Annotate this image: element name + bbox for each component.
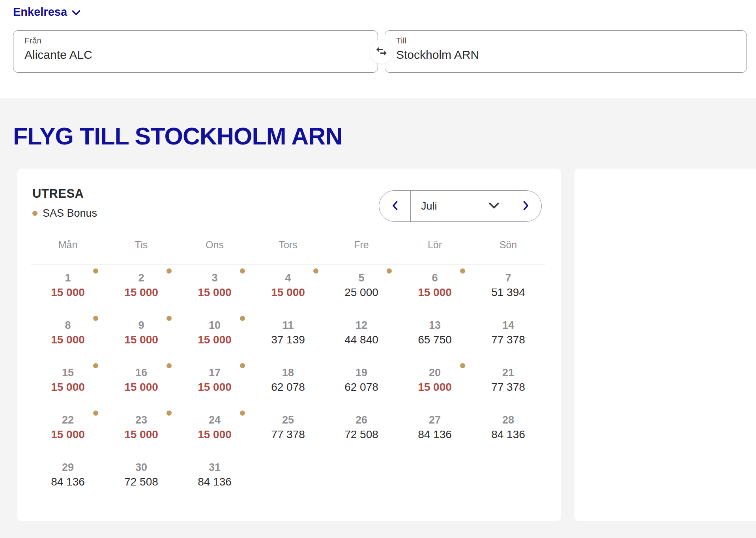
swap-horizontal-icon xyxy=(375,45,388,59)
calendar-week-row: 1515 0001615 0001715 0001862 0781962 078… xyxy=(31,361,545,409)
calendar-day-7[interactable]: 751 394 xyxy=(472,266,545,314)
sas-bonus-dot-icon xyxy=(460,363,465,368)
day-price: 15 000 xyxy=(178,333,251,347)
calendar-day-26[interactable]: 2672 508 xyxy=(325,409,398,456)
day-price: 44 840 xyxy=(325,333,398,347)
chevron-right-icon xyxy=(522,200,530,212)
day-price: 15 000 xyxy=(105,428,178,441)
calendar-day-29[interactable]: 2984 136 xyxy=(31,456,105,503)
day-price: 84 136 xyxy=(31,475,105,489)
day-number: 11 xyxy=(251,319,325,332)
calendar-week-row: 2215 0002315 0002415 0002577 3782672 508… xyxy=(31,409,545,456)
from-field-label: Från xyxy=(24,36,41,45)
chevron-down-icon xyxy=(72,6,80,19)
sas-bonus-dot-icon xyxy=(460,268,465,274)
day-number: 13 xyxy=(398,319,472,332)
calendar-day-31[interactable]: 3184 136 xyxy=(178,456,251,503)
day-number: 26 xyxy=(325,414,398,426)
calendar-weeks: 115 000215 000315 000415 000525 000615 0… xyxy=(31,266,545,503)
to-field[interactable]: Till Stockholm ARN xyxy=(385,30,747,73)
calendar-week-row: 115 000215 000315 000415 000525 000615 0… xyxy=(31,266,545,314)
day-number: 24 xyxy=(178,414,251,426)
calendar-day-30[interactable]: 3072 508 xyxy=(105,456,178,503)
calendar-day-27[interactable]: 2784 136 xyxy=(398,409,472,456)
sas-bonus-dot-icon xyxy=(32,211,37,216)
day-number: 5 xyxy=(325,272,398,284)
weekday-label: Tors xyxy=(251,235,325,255)
calendar-day-5[interactable]: 525 000 xyxy=(325,266,398,314)
previous-month-button[interactable] xyxy=(379,191,411,221)
sas-bonus-legend-label: SAS Bonus xyxy=(43,207,97,219)
calendar-divider xyxy=(31,264,545,265)
calendar-day-18[interactable]: 1862 078 xyxy=(251,361,325,409)
swap-direction-button[interactable] xyxy=(370,40,393,64)
calendar-day-11[interactable]: 1137 139 xyxy=(251,314,325,361)
sas-bonus-dot-icon xyxy=(93,316,98,321)
calendar-day-19[interactable]: 1962 078 xyxy=(325,361,398,409)
calendar-day-empty xyxy=(472,456,545,503)
day-number: 27 xyxy=(398,414,472,426)
calendar-week-row: 815 000915 0001015 0001137 1391244 84013… xyxy=(31,314,545,361)
day-number: 23 xyxy=(105,414,178,426)
from-field[interactable]: Från Alicante ALC xyxy=(13,30,378,73)
calendar-day-22[interactable]: 2215 000 xyxy=(31,409,105,456)
day-number: 20 xyxy=(398,366,472,379)
day-number: 29 xyxy=(31,461,105,474)
calendar-day-3[interactable]: 315 000 xyxy=(178,266,251,314)
calendar-day-empty xyxy=(325,456,398,503)
day-price: 25 000 xyxy=(325,286,398,299)
calendar-day-17[interactable]: 1715 000 xyxy=(178,361,251,409)
day-number: 28 xyxy=(472,414,545,426)
day-number: 14 xyxy=(472,319,545,332)
calendar-day-2[interactable]: 215 000 xyxy=(105,266,178,314)
calendar-day-1[interactable]: 115 000 xyxy=(31,266,105,314)
weekday-header-row: Mån Tis Ons Tors Fre Lör Sön xyxy=(31,235,545,255)
calendar-day-24[interactable]: 2415 000 xyxy=(178,409,251,456)
month-select[interactable]: Juli xyxy=(411,191,510,221)
chevron-down-icon xyxy=(488,202,500,210)
calendar-day-10[interactable]: 1015 000 xyxy=(178,314,251,361)
calendar-day-9[interactable]: 915 000 xyxy=(105,314,178,361)
calendar-day-12[interactable]: 1244 840 xyxy=(325,314,398,361)
day-price: 15 000 xyxy=(105,286,178,299)
sas-bonus-dot-icon xyxy=(313,268,318,274)
return-panel-card xyxy=(574,169,756,521)
calendar-day-13[interactable]: 1365 750 xyxy=(398,314,472,361)
sas-bonus-dot-icon xyxy=(240,316,245,321)
day-price: 15 000 xyxy=(178,428,251,441)
day-price: 62 078 xyxy=(251,381,325,394)
day-price: 15 000 xyxy=(31,333,105,347)
next-month-button[interactable] xyxy=(510,191,541,221)
day-price: 65 750 xyxy=(398,333,472,347)
day-number: 17 xyxy=(178,366,251,379)
day-price: 77 378 xyxy=(251,428,325,441)
sas-bonus-dot-icon xyxy=(240,363,245,368)
calendar-day-28[interactable]: 2884 136 xyxy=(472,409,545,456)
day-price: 15 000 xyxy=(398,381,472,394)
day-price: 62 078 xyxy=(325,381,398,394)
day-number: 25 xyxy=(251,414,325,426)
calendar-day-8[interactable]: 815 000 xyxy=(31,314,105,361)
day-price: 84 136 xyxy=(398,428,472,441)
day-price: 15 000 xyxy=(105,381,178,394)
calendar-day-4[interactable]: 415 000 xyxy=(251,266,325,314)
calendar-day-20[interactable]: 2015 000 xyxy=(398,361,472,409)
calendar-day-25[interactable]: 2577 378 xyxy=(251,409,325,456)
day-price: 15 000 xyxy=(178,381,251,394)
day-number: 6 xyxy=(398,272,472,284)
calendar-day-empty xyxy=(398,456,472,503)
calendar-day-23[interactable]: 2315 000 xyxy=(105,409,178,456)
day-number: 1 xyxy=(31,272,105,284)
calendar-day-21[interactable]: 2177 378 xyxy=(472,361,545,409)
to-field-label: Till xyxy=(396,36,406,45)
trip-type-selector[interactable]: Enkelresa xyxy=(13,6,80,19)
day-number: 19 xyxy=(325,366,398,379)
calendar-day-14[interactable]: 1477 378 xyxy=(472,314,545,361)
to-field-value: Stockholm ARN xyxy=(396,48,479,62)
sas-bonus-dot-icon xyxy=(167,411,172,416)
calendar-day-16[interactable]: 1615 000 xyxy=(105,361,178,409)
chevron-left-icon xyxy=(391,200,399,212)
weekday-label: Lör xyxy=(398,235,472,255)
calendar-day-15[interactable]: 1515 000 xyxy=(31,361,105,409)
calendar-day-6[interactable]: 615 000 xyxy=(398,266,472,314)
